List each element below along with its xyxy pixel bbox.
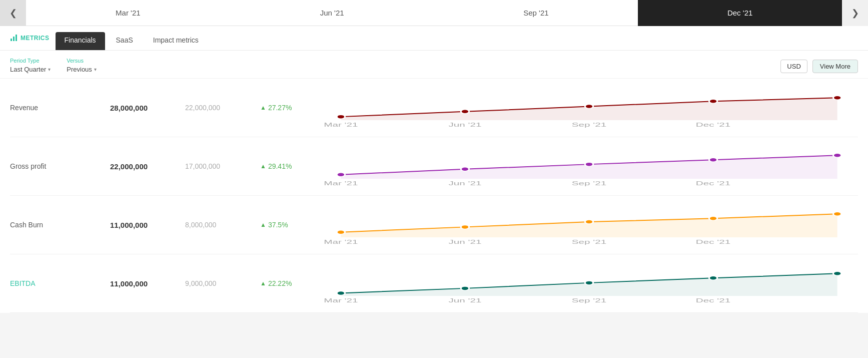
svg-text:Sep '21: Sep '21: [572, 298, 606, 303]
main-panel: METRICS Financials SaaS Impact metrics P…: [0, 26, 868, 313]
versus-chevron: ▾: [94, 67, 97, 72]
svg-rect-0: [11, 39, 12, 41]
svg-marker-3: [341, 98, 837, 120]
change-percent: 22.22%: [268, 279, 292, 287]
svg-point-18: [833, 153, 841, 157]
period-items: Mar '21 Jun '21 Sep '21 Dec '21: [26, 0, 842, 26]
svg-point-14: [337, 173, 345, 177]
svg-point-6: [585, 105, 593, 109]
period-type-label: Period Type: [10, 58, 51, 64]
svg-point-38: [833, 271, 841, 275]
filter-right: USD View More: [780, 60, 858, 73]
svg-point-35: [461, 286, 469, 290]
metric-current: 11,000,000: [110, 279, 185, 288]
metrics-body: Revenue 28,000,000 22,000,000 ▲ 27.27% M…: [0, 79, 868, 313]
svg-point-5: [461, 110, 469, 114]
metric-name[interactable]: EBITDA: [10, 279, 110, 287]
metric-chart: Mar '21Jun '21Sep '21Dec '21: [320, 205, 858, 245]
currency-badge: USD: [780, 60, 807, 73]
change-arrow-icon: ▲: [260, 221, 266, 228]
svg-rect-2: [16, 35, 17, 41]
svg-marker-23: [341, 214, 837, 237]
svg-point-7: [709, 99, 717, 103]
metric-current: 11,000,000: [110, 221, 185, 229]
metric-current: 28,000,000: [110, 104, 185, 112]
change-arrow-icon: ▲: [260, 104, 266, 111]
metric-row-ebitda: EBITDA 11,000,000 9,000,000 ▲ 22.22% Mar…: [10, 254, 858, 313]
svg-text:Mar '21: Mar '21: [324, 298, 358, 303]
svg-text:Mar '21: Mar '21: [324, 239, 358, 245]
svg-text:Sep '21: Sep '21: [572, 122, 606, 128]
svg-point-34: [337, 291, 345, 295]
period-type-filter: Period Type Last Quarter ▾: [10, 58, 51, 73]
svg-text:Dec '21: Dec '21: [696, 239, 730, 245]
svg-point-26: [585, 220, 593, 224]
metric-chart: Mar '21Jun '21Sep '21Dec '21: [320, 146, 858, 186]
metrics-label: METRICS: [10, 34, 50, 49]
svg-text:Mar '21: Mar '21: [324, 181, 358, 186]
metric-chart: Mar '21Jun '21Sep '21Dec '21: [320, 263, 858, 303]
svg-marker-13: [341, 155, 837, 179]
chart-svg: Mar '21Jun '21Sep '21Dec '21: [320, 263, 858, 303]
change-arrow-icon: ▲: [260, 163, 266, 170]
svg-point-37: [709, 276, 717, 280]
tab-saas[interactable]: SaaS: [107, 32, 142, 50]
svg-text:Jun '21: Jun '21: [448, 122, 481, 128]
change-percent: 37.5%: [268, 221, 288, 229]
versus-select[interactable]: Previous ▾: [67, 66, 97, 73]
metric-previous: 22,000,000: [185, 104, 260, 112]
svg-point-36: [585, 281, 593, 285]
svg-point-8: [833, 96, 841, 100]
view-more-button[interactable]: View More: [812, 60, 858, 73]
prev-period-button[interactable]: ❮: [0, 0, 26, 26]
svg-text:Dec '21: Dec '21: [696, 181, 730, 186]
tabs-row: METRICS Financials SaaS Impact metrics: [0, 26, 868, 51]
svg-text:Dec '21: Dec '21: [696, 122, 730, 128]
svg-point-25: [461, 225, 469, 229]
svg-text:Mar '21: Mar '21: [324, 122, 358, 128]
period-mar21[interactable]: Mar '21: [26, 0, 230, 26]
metric-row-cash-burn: Cash Burn 11,000,000 8,000,000 ▲ 37.5% M…: [10, 196, 858, 254]
metric-name: Cash Burn: [10, 221, 110, 229]
chart-svg: Mar '21Jun '21Sep '21Dec '21: [320, 146, 858, 186]
svg-point-24: [337, 230, 345, 234]
svg-text:Jun '21: Jun '21: [448, 298, 481, 303]
metric-chart: Mar '21Jun '21Sep '21Dec '21: [320, 88, 858, 128]
change-arrow-icon: ▲: [260, 280, 266, 287]
period-dec21[interactable]: Dec '21: [638, 0, 842, 26]
svg-text:Sep '21: Sep '21: [572, 239, 606, 245]
svg-text:Jun '21: Jun '21: [448, 181, 481, 186]
metric-change: ▲ 29.41%: [260, 162, 320, 170]
versus-filter: Versus Previous ▾: [67, 58, 97, 73]
tab-financials[interactable]: Financials: [56, 32, 105, 50]
chart-svg: Mar '21Jun '21Sep '21Dec '21: [320, 88, 858, 128]
svg-text:Jun '21: Jun '21: [448, 239, 481, 245]
period-type-select[interactable]: Last Quarter ▾: [10, 66, 51, 73]
metrics-chart-icon: [10, 34, 18, 43]
svg-point-27: [709, 216, 717, 220]
metric-name: Gross profit: [10, 162, 110, 170]
filter-row: Period Type Last Quarter ▾ Versus Previo…: [0, 51, 868, 79]
svg-point-16: [585, 162, 593, 166]
svg-point-4: [337, 115, 345, 119]
metric-change: ▲ 22.22%: [260, 279, 320, 287]
period-type-chevron: ▾: [48, 67, 51, 72]
chart-svg: Mar '21Jun '21Sep '21Dec '21: [320, 205, 858, 245]
svg-point-28: [833, 212, 841, 216]
change-percent: 29.41%: [268, 162, 292, 170]
metric-change: ▲ 37.5%: [260, 221, 320, 229]
metric-previous: 8,000,000: [185, 221, 260, 229]
svg-point-17: [709, 158, 717, 162]
period-sep21[interactable]: Sep '21: [434, 0, 638, 26]
tab-impact-metrics[interactable]: Impact metrics: [144, 32, 208, 50]
metric-change: ▲ 27.27%: [260, 104, 320, 112]
period-jun21[interactable]: Jun '21: [230, 0, 434, 26]
svg-text:Dec '21: Dec '21: [696, 298, 730, 303]
svg-text:Sep '21: Sep '21: [572, 181, 606, 186]
metric-row-revenue: Revenue 28,000,000 22,000,000 ▲ 27.27% M…: [10, 79, 858, 137]
period-navigation: ❮ Mar '21 Jun '21 Sep '21 Dec '21 ❯: [0, 0, 868, 26]
next-period-button[interactable]: ❯: [842, 0, 868, 26]
metric-previous: 17,000,000: [185, 162, 260, 170]
metric-previous: 9,000,000: [185, 279, 260, 287]
change-percent: 27.27%: [268, 104, 292, 112]
